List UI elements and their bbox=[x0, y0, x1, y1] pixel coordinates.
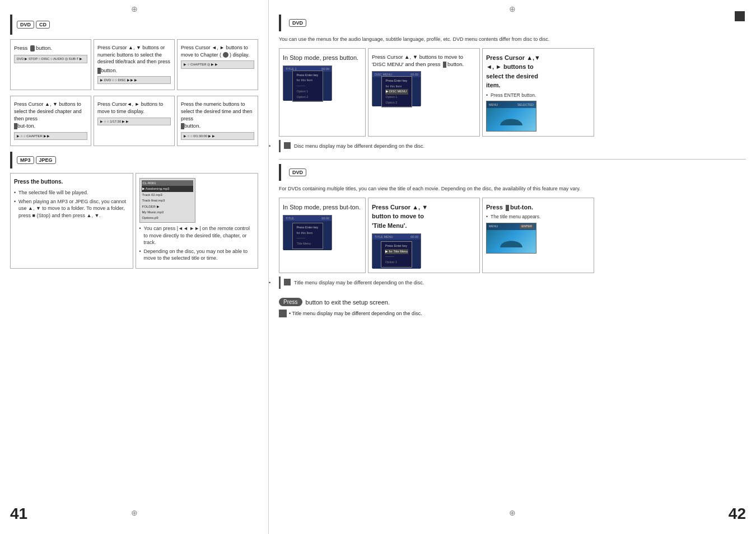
right-s2-col2: Press Cursor ▲, ▼button to move to'Title… bbox=[368, 198, 480, 274]
right-section2-header: DVD bbox=[279, 164, 746, 181]
section1-box2: Press Cursor ▲, ▼ buttons or numeric but… bbox=[94, 39, 175, 90]
crosshair-bottom-right: ⊕ bbox=[509, 508, 516, 517]
mp3-section-line bbox=[10, 152, 12, 168]
player-bar-5: ▶ ○ ○ 1/17:30 ▶ ▶ bbox=[97, 118, 171, 125]
section1-line bbox=[10, 15, 12, 35]
mp3-box2: CL-R001 ▶ Awakening.mp3 Track 02.mp3 Tra… bbox=[136, 173, 259, 269]
right-s1-col3-text: Press Cursor ▲,▼◄, ► buttons toselect th… bbox=[486, 53, 590, 90]
right-s2-col1-screen: TITLE 00:00 Press Enter key for this Ite… bbox=[283, 215, 362, 250]
screen-bg-4: Press Enter key ▶ for Title Menu ──── Op… bbox=[372, 240, 421, 269]
title-menu-note: Title menu display may be different depe… bbox=[279, 277, 746, 289]
player-bar-6: ▶ ○ ○ 0/1:30:00 ▶ ▶ bbox=[181, 132, 254, 140]
file-list-item6: Options.p9 bbox=[142, 215, 193, 221]
mp3-section-header: MP3 JPEG bbox=[10, 152, 258, 168]
right-section2: DVD For DVDs containing multiple titles,… bbox=[279, 164, 746, 289]
bottom-note-text: • Title menu display may be different de… bbox=[289, 311, 422, 316]
section1-grid: Press button. DVD ▶ STOP ○ DISC ○ AUDIO … bbox=[10, 39, 258, 90]
mp3-box1: Press the buttons. The selected file wil… bbox=[10, 173, 133, 269]
screen-top-bar-4: TITLE MENU 00:00 bbox=[372, 234, 421, 240]
section2-box3-btn: button. bbox=[181, 122, 254, 129]
bottom-note-square bbox=[279, 310, 287, 317]
dolphin-img-2: MENU ENTER bbox=[486, 223, 536, 254]
badge-dvd-right: DVD bbox=[289, 19, 306, 27]
right-s1-col1-text: In Stop mode, press button. bbox=[283, 53, 362, 63]
mp3-bullet2: When playing an MP3 or JPEG disc, you ca… bbox=[14, 198, 129, 219]
section2-box1-btn: but-ton. bbox=[14, 122, 87, 129]
file-list-item1: ▶ Awakening.mp3 bbox=[142, 186, 193, 191]
file-list-item4: FOLDER ▶ bbox=[142, 204, 193, 209]
title-btn bbox=[506, 205, 509, 211]
section2-grid: Press Cursor ▲, ▼ buttons to select the … bbox=[10, 96, 258, 146]
page-right: ⊕ DVD You can use the menus for the audi… bbox=[269, 0, 756, 534]
section2-box1: Press Cursor ▲, ▼ buttons to select the … bbox=[10, 96, 91, 146]
right-s2-col1-text: In Stop mode, press but-ton. bbox=[283, 203, 362, 212]
press-label: Press bbox=[279, 298, 302, 306]
badge-jpeg: JPEG bbox=[36, 156, 56, 164]
chapter-icon bbox=[223, 52, 228, 58]
right-s2-col1: In Stop mode, press but-ton. TITLE 00:00… bbox=[279, 198, 366, 274]
right-s1-col3: Press Cursor ▲,▼◄, ► buttons toselect th… bbox=[482, 48, 594, 137]
mp3-grid: Press the buttons. The selected file wil… bbox=[10, 173, 258, 269]
mp3-section: MP3 JPEG Press the buttons. The selected… bbox=[10, 152, 258, 269]
page-number-left: 41 bbox=[10, 505, 27, 523]
right-s1-col2: Press Cursor ▲, ▼ buttons to move to 'DI… bbox=[368, 48, 480, 137]
note-square bbox=[284, 142, 291, 149]
file-list-header: CL-R001 bbox=[142, 180, 193, 186]
section2-box3-text: Press the numeric buttons to select the … bbox=[181, 101, 254, 122]
exit-text: button to exit the setup screen. bbox=[306, 299, 390, 306]
dolphin-top-bar-2: MENU ENTER bbox=[487, 223, 536, 230]
corner-square bbox=[735, 11, 745, 21]
right-s1-line bbox=[279, 15, 281, 31]
page-left: ⊕ DVD CD Press button. DVD ▶ STOP ○ DISC… bbox=[0, 0, 269, 534]
section1-box3: Press Cursor ◄, ► buttons to move to Cha… bbox=[177, 39, 258, 90]
right-s2-col3-screen: MENU ENTER bbox=[486, 223, 590, 254]
screen-bg-2: Press Enter key for this Item ▶ DISC MEN… bbox=[372, 77, 421, 106]
right-s1-grid: In Stop mode, press button. TITLE 1 00:0… bbox=[279, 48, 746, 137]
mp3-press-text: Press the buttons. bbox=[14, 178, 129, 186]
section1-box3-text: Press Cursor ◄, ► buttons to move to Cha… bbox=[181, 44, 254, 58]
file-list-item3: Track final.mp3 bbox=[142, 198, 193, 203]
right-s1-badge-area: DVD bbox=[289, 19, 308, 27]
disc-menu-screen-2: DISC MENU 00:00 Press Enter key for this… bbox=[372, 71, 421, 106]
right-s1-intro: You can use the menus for the audio lang… bbox=[279, 36, 746, 44]
dolphin-top-bar: MENU SELECTED bbox=[487, 101, 536, 108]
right-s2-badge-area: DVD bbox=[289, 168, 308, 176]
right-s1-col3-screen: MENU SELECTED bbox=[486, 101, 590, 132]
file-list-area: CL-R001 ▶ Awakening.mp3 Track 02.mp3 Tra… bbox=[139, 178, 255, 223]
badge-dvd: DVD bbox=[17, 21, 34, 29]
note-square-2 bbox=[284, 279, 291, 285]
title-menu-overlay-1: Press Enter key for this Item ──── Title… bbox=[292, 223, 323, 249]
right-s2-line bbox=[279, 164, 281, 181]
badge-mp3: MP3 bbox=[17, 156, 34, 164]
badge-cd: CD bbox=[36, 21, 50, 29]
file-list-screen: CL-R001 ▶ Awakening.mp3 Track 02.mp3 Tra… bbox=[139, 178, 195, 223]
right-section1: DVD You can use the menus for the audio … bbox=[279, 15, 746, 152]
right-s1-col1: In Stop mode, press button. TITLE 1 00:0… bbox=[279, 48, 366, 137]
right-s2-col3-text: Press but-ton. bbox=[486, 203, 590, 212]
press-button bbox=[30, 45, 35, 51]
title-menu-screen-2: TITLE MENU 00:00 Press Enter key ▶ for T… bbox=[372, 233, 421, 268]
section2-box2-text: Press Cursor◄, ► buttons to move to time… bbox=[97, 101, 171, 115]
right-s2-col2-screen: TITLE MENU 00:00 Press Enter key ▶ for T… bbox=[372, 233, 476, 268]
disc-menu-note: Disc menu display may be different depen… bbox=[279, 140, 746, 152]
section-divider bbox=[279, 159, 746, 160]
disc-menu-overlay-1: Press Enter key for this Item ──── Optio… bbox=[292, 71, 323, 102]
page-number-right: 42 bbox=[729, 505, 746, 523]
player-bar-4: ▶ ○ ○ CHAPTER ▶ ▶ bbox=[14, 132, 87, 140]
right-s1-col1-screen: TITLE 1 00:00 Press Enter key for this I… bbox=[283, 65, 362, 100]
player-bar-1: DVD ▶ STOP ○ DISC ○ AUDIO ◎ SUB-T ▶ bbox=[14, 55, 87, 63]
crosshair-bottom-left: ⊕ bbox=[131, 508, 138, 517]
section1-box1-text: Press button. bbox=[14, 44, 87, 51]
player-bar-3: ▶ ○ CHAPTER ◎ ▶ ▶ bbox=[181, 60, 254, 68]
section1-header: DVD CD bbox=[10, 15, 258, 35]
section2-box1-text: Press Cursor ▲, ▼ buttons to select the … bbox=[14, 101, 87, 122]
right-s2-col3: Press but-ton. The title menu appears. M… bbox=[482, 198, 594, 274]
section1-box2-text: Press Cursor ▲, ▼ buttons or numeric but… bbox=[97, 44, 171, 65]
right-s1-col3-bullet: Press ENTER button. bbox=[486, 92, 590, 99]
crosshair-top-right: ⊕ bbox=[509, 4, 516, 13]
file-list-item5: My Music.mp3 bbox=[142, 209, 193, 215]
badge-dvd-right2: DVD bbox=[289, 168, 306, 176]
right-s1-col2-text: Press Cursor ▲, ▼ buttons to move to 'DI… bbox=[372, 53, 476, 68]
title-menu-screen-1: TITLE 00:00 Press Enter key for this Ite… bbox=[283, 215, 332, 250]
bottom-note: • Title menu display may be different de… bbox=[279, 310, 746, 317]
